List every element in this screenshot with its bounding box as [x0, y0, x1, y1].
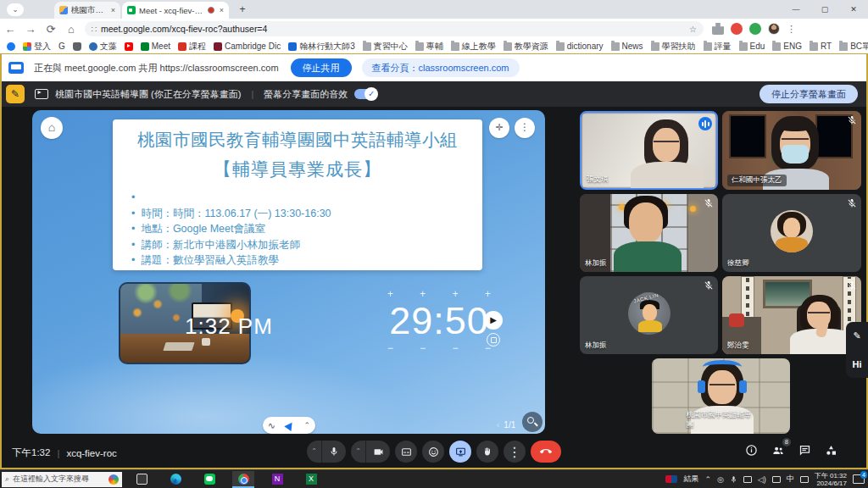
bookmark-folder[interactable]: dictionary: [556, 42, 604, 51]
taskbar-clock[interactable]: 下午 01:32 2024/6/17: [815, 472, 847, 487]
meeting-details-button[interactable]: [745, 444, 758, 457]
browser-menu-icon[interactable]: ⋮: [787, 24, 796, 35]
bookmark-item[interactable]: Meet: [141, 42, 170, 51]
bookmark-folder[interactable]: 專輔: [415, 41, 443, 53]
tab-close-icon[interactable]: ×: [220, 6, 224, 14]
timer-decrement-row[interactable]: −−−−: [376, 342, 503, 354]
tray-volume-icon[interactable]: ◁): [758, 475, 766, 484]
extension-green-icon[interactable]: [749, 23, 761, 35]
bookmark-item[interactable]: 翰林行動大師3: [288, 41, 355, 53]
move-icon[interactable]: ✛: [489, 118, 509, 138]
tray-expand-icon[interactable]: ⌃: [704, 475, 711, 484]
stop-sharing-button[interactable]: 停止共用: [291, 58, 352, 77]
extensions-puzzle-icon[interactable]: [712, 23, 724, 35]
home-icon[interactable]: ⌂: [41, 117, 63, 139]
mic-button[interactable]: ⌃: [307, 441, 346, 463]
window-minimize-button[interactable]: —: [782, 0, 810, 19]
widget-icon[interactable]: [665, 475, 677, 483]
draw-tool-icon[interactable]: ∿: [268, 420, 275, 431]
annotation-pen-icon[interactable]: ✎: [6, 85, 25, 103]
view-tab-button[interactable]: 查看分頁：classroomscreen.com: [362, 58, 520, 77]
new-tab-button[interactable]: +: [236, 3, 249, 17]
audio-share-toggle[interactable]: ✓: [354, 89, 376, 99]
home-button[interactable]: ⌂: [61, 23, 81, 36]
bookmark-folder[interactable]: BC單字: [839, 41, 868, 53]
tray-mic-icon[interactable]: [730, 475, 737, 484]
bookmark-item[interactable]: Cambridge Dic: [214, 42, 281, 51]
bookmark-item[interactable]: 文藻: [89, 41, 117, 53]
present-button[interactable]: [449, 441, 471, 463]
window-maximize-button[interactable]: ▢: [810, 0, 839, 19]
bookmark-star-icon[interactable]: ☆: [689, 25, 697, 34]
stop-presenting-button[interactable]: 停止分享螢幕畫面: [760, 85, 858, 103]
onenote-app-icon[interactable]: N: [266, 471, 288, 488]
bookmark-facebook[interactable]: [7, 42, 15, 51]
people-button[interactable]: 8: [771, 444, 785, 457]
bookmark-item[interactable]: 登入: [23, 41, 51, 53]
more-options-button[interactable]: ⋮: [504, 441, 526, 463]
taskbar-search-box[interactable]: ⌕ 在這裡輸入文字來搜尋: [2, 472, 122, 487]
chat-button[interactable]: [798, 444, 811, 457]
widget-label[interactable]: 結果: [683, 474, 698, 485]
tab-search-icon[interactable]: ⌄: [7, 3, 24, 16]
bookmark-folder[interactable]: Edu: [739, 42, 765, 51]
action-center-icon[interactable]: 4: [853, 474, 865, 484]
address-bar[interactable]: ⸬ meet.google.com/xcq-fiev-roc?authuser=…: [85, 21, 704, 36]
collapse-toolbar-icon[interactable]: ⌃: [304, 421, 311, 430]
bookmark-folder[interactable]: 教學資源: [504, 41, 548, 53]
bookmark-folder[interactable]: 評量: [704, 41, 732, 53]
back-button[interactable]: ←: [0, 23, 20, 36]
tab-close-icon[interactable]: ×: [111, 6, 115, 14]
tray-notes-icon[interactable]: [800, 476, 809, 483]
pointer-tool-icon[interactable]: [284, 419, 295, 430]
participant-tile[interactable]: 張文琪: [580, 111, 718, 190]
search-highlights-icon[interactable]: [108, 474, 119, 485]
chrome-app-icon[interactable]: [232, 471, 254, 488]
tab-guidance-site[interactable]: 桃園市立國教輔導團 國中英語… ×: [54, 2, 120, 19]
timer-increment-row[interactable]: ++++: [376, 288, 503, 300]
end-call-button[interactable]: [531, 441, 561, 463]
profile-avatar[interactable]: [768, 23, 780, 35]
bookmark-folder[interactable]: ENG: [772, 42, 802, 51]
bookmark-folder[interactable]: 線上教學: [451, 41, 496, 53]
participant-tile[interactable]: 仁和國中張太乙: [722, 111, 861, 190]
line-app-icon[interactable]: [198, 471, 220, 488]
window-close-button[interactable]: ✕: [839, 0, 868, 19]
bookmark-shield[interactable]: [73, 42, 81, 51]
participant-tile[interactable]: JACK LIN 林加振: [580, 276, 718, 354]
page-prev-icon[interactable]: ‹: [497, 420, 499, 430]
ime-indicator[interactable]: 中: [787, 474, 794, 485]
more-menu-icon[interactable]: ⋮: [515, 118, 535, 138]
bookmark-item[interactable]: 課程: [178, 41, 206, 53]
excel-app-icon[interactable]: X: [300, 471, 322, 488]
extension-red-icon[interactable]: [731, 23, 743, 35]
tab-meet[interactable]: Meet - xcq-fiev-roc ×: [122, 2, 229, 19]
bookmark-youtube[interactable]: [125, 42, 133, 51]
bookmark-folder[interactable]: 實習中心: [363, 41, 408, 53]
edge-app-icon[interactable]: [164, 471, 186, 488]
self-view-tile[interactable]: 桃園市國中英語輔導團: [652, 358, 790, 434]
pencil-icon[interactable]: ✎: [853, 330, 860, 341]
timer-stop-button[interactable]: [487, 333, 500, 347]
bookmark-folder[interactable]: 學習扶助: [651, 41, 696, 53]
timer-play-button[interactable]: ▶: [484, 311, 503, 330]
forward-button[interactable]: →: [20, 23, 41, 36]
tray-cast-icon[interactable]: [772, 476, 781, 483]
raise-hand-button[interactable]: [476, 441, 498, 463]
bookmark-folder[interactable]: RT: [810, 42, 832, 51]
bookmark-folder[interactable]: News: [611, 42, 643, 51]
tray-display-icon[interactable]: [743, 476, 752, 483]
reactions-button[interactable]: [422, 441, 444, 463]
participant-tile[interactable]: 鄭治雯: [722, 276, 861, 354]
participant-tile[interactable]: 徐慈卿: [722, 194, 861, 272]
camera-button[interactable]: ⌃: [351, 441, 390, 463]
annotation-side-panel[interactable]: ✎ Hi: [846, 322, 868, 378]
captions-button[interactable]: [395, 441, 417, 463]
zoom-button[interactable]: [522, 412, 542, 432]
bookmark-item[interactable]: G: [58, 42, 65, 51]
participant-tile[interactable]: 林加振: [580, 194, 718, 272]
reload-button[interactable]: ⟳: [41, 23, 61, 36]
tray-app-icon[interactable]: ◎: [717, 475, 724, 484]
clock-widget[interactable]: 1:32 PM: [185, 313, 273, 340]
activities-button[interactable]: [825, 444, 837, 457]
